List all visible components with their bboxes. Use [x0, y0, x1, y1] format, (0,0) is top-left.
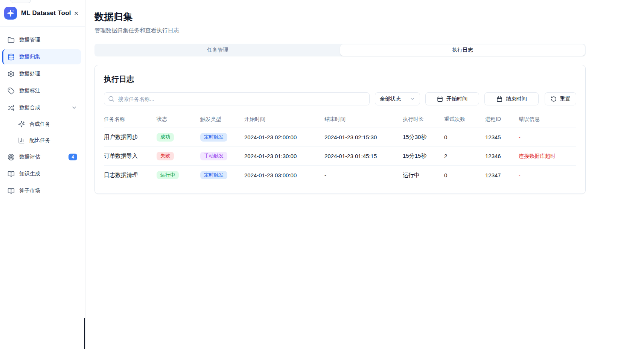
trigger-badge: 定时触发: [200, 171, 227, 180]
sidebar-item-label: 配比任务: [29, 137, 50, 144]
folder-icon: [8, 37, 15, 44]
tab-execution-logs[interactable]: 执行日志: [340, 44, 585, 56]
close-icon[interactable]: [73, 11, 79, 16]
sidebar-item-ratio-task[interactable]: 配比任务: [13, 133, 81, 148]
end-time-cell: 2024-01-23 02:15:30: [324, 134, 403, 140]
retries-cell: 0: [444, 172, 485, 178]
panel-title: 执行日志: [104, 74, 576, 84]
rotate-ccw-icon: [551, 96, 557, 102]
chevron-down-icon: [410, 96, 415, 102]
column-header: 进程ID: [485, 116, 519, 123]
column-header: 状态: [157, 116, 200, 123]
sidebar-item-label: 算子市场: [19, 187, 40, 194]
end-time-button[interactable]: 结束时间: [484, 92, 539, 105]
error-cell: -: [519, 134, 576, 140]
sidebar-item-label: 数据归集: [19, 53, 40, 60]
sidebar-item-knowledge-generation[interactable]: 知识生成: [2, 166, 81, 181]
sidebar-item-label: 数据管理: [19, 37, 40, 43]
duration-cell: 15分30秒: [403, 134, 444, 141]
sparkles-icon: [7, 9, 14, 17]
column-header: 开始时间: [244, 116, 324, 123]
pid-cell: 12347: [485, 172, 519, 178]
duration-cell: 15分15秒: [403, 152, 444, 160]
calendar-icon: [437, 96, 443, 102]
tab-bar: 任务管理执行日志: [94, 44, 586, 56]
reset-button[interactable]: 重置: [545, 92, 576, 105]
tag-icon: [8, 87, 15, 94]
column-header: 触发类型: [200, 116, 244, 123]
sidebar-header: ML Dataset Tool: [0, 0, 85, 27]
page-title: 数据归集: [94, 11, 586, 23]
sidebar-item-label: 知识生成: [19, 171, 40, 177]
count-badge: 4: [69, 154, 77, 160]
retries-cell: 0: [444, 134, 485, 140]
page-subtitle: 管理数据归集任务和查看执行日志: [94, 27, 586, 34]
sidebar-nav: 数据管理数据归集数据处理数据标注数据合成合成任务配比任务数据评估4知识生成算子市…: [0, 27, 85, 349]
book-icon: [8, 187, 15, 195]
status-badge: 成功: [157, 133, 174, 142]
status-filter-select[interactable]: 全部状态: [375, 92, 420, 105]
start-time-button[interactable]: 开始时间: [425, 92, 480, 105]
table-header-row: 任务名称状态触发类型开始时间结束时间执行时长重试次数进程ID错误信息: [104, 116, 576, 128]
trigger-badge: 定时触发: [200, 133, 227, 142]
task-name-cell: 用户数据同步: [104, 134, 157, 141]
chevron-down-icon: [71, 105, 77, 111]
column-header: 结束时间: [324, 116, 403, 123]
end-time-label: 结束时间: [506, 96, 527, 102]
pid-cell: 12345: [485, 134, 519, 140]
status-filter-value: 全部状态: [380, 96, 401, 102]
duration-cell: 运行中: [403, 172, 444, 179]
table-body: 用户数据同步成功定时触发2024-01-23 02:00:002024-01-2…: [104, 128, 576, 184]
calendar-icon: [496, 96, 502, 102]
search-input[interactable]: [104, 92, 370, 105]
column-header: 执行时长: [403, 116, 444, 123]
database-icon: [8, 53, 15, 61]
app-logo: [4, 7, 17, 20]
gear-icon: [8, 70, 15, 78]
status-cell: 失败: [157, 152, 200, 160]
trigger-cell: 手动触发: [200, 152, 244, 160]
error-cell: 连接数据库超时: [519, 153, 576, 160]
status-cell: 成功: [157, 133, 200, 142]
target-icon: [8, 154, 15, 161]
sidebar-item-data-synthesis[interactable]: 数据合成: [2, 100, 81, 115]
status-cell: 运行中: [157, 171, 200, 180]
start-time-cell: 2024-01-23 02:00:00: [244, 134, 324, 140]
column-header: 任务名称: [104, 116, 157, 123]
sidebar-item-data-evaluation[interactable]: 数据评估4: [2, 149, 81, 165]
sidebar-scrollbar-thumb[interactable]: [84, 318, 85, 349]
tab-task-management[interactable]: 任务管理: [95, 44, 340, 56]
pid-cell: 12346: [485, 153, 519, 159]
sidebar-item-data-processing[interactable]: 数据处理: [2, 66, 81, 81]
sidebar-item-data-collection[interactable]: 数据归集: [2, 49, 81, 64]
sparkles-icon: [18, 121, 25, 128]
book-icon: [8, 171, 15, 178]
start-time-cell: 2024-01-23 03:00:00: [244, 172, 324, 178]
sidebar-item-label: 数据处理: [19, 70, 40, 77]
sidebar-item-operator-market[interactable]: 算子市场: [2, 183, 81, 198]
execution-logs-panel: 执行日志 全部状态 开始时间: [94, 65, 586, 194]
table-row: 用户数据同步成功定时触发2024-01-23 02:00:002024-01-2…: [104, 128, 576, 147]
shuffle-icon: [8, 104, 15, 111]
search-field: [104, 92, 370, 105]
trigger-cell: 定时触发: [200, 171, 244, 180]
window-tab-artifact: [11, 0, 31, 3]
sidebar-item-data-annotation[interactable]: 数据标注: [2, 83, 81, 98]
trigger-badge: 手动触发: [200, 152, 227, 160]
end-time-cell: -: [324, 172, 403, 178]
task-name-cell: 日志数据清理: [104, 172, 157, 179]
end-time-cell: 2024-01-23 01:45:15: [324, 153, 403, 159]
sidebar-item-label: 数据合成: [19, 104, 40, 111]
status-badge: 失败: [157, 152, 174, 160]
table-row: 订单数据导入失败手动触发2024-01-23 01:30:002024-01-2…: [104, 147, 576, 166]
task-name-cell: 订单数据导入: [104, 152, 157, 160]
start-time-cell: 2024-01-23 01:30:00: [244, 153, 324, 159]
sidebar-item-label: 数据标注: [19, 87, 40, 94]
start-time-label: 开始时间: [446, 96, 467, 102]
reset-label: 重置: [560, 96, 571, 102]
sidebar-item-synthesis-task[interactable]: 合成任务: [13, 117, 81, 131]
sidebar-item-data-management[interactable]: 数据管理: [2, 32, 81, 47]
main-content: 数据归集 管理数据归集任务和查看执行日志 任务管理执行日志 执行日志 全部状态: [85, 0, 644, 349]
bar-chart-icon: [18, 137, 25, 144]
retries-cell: 2: [444, 153, 485, 159]
